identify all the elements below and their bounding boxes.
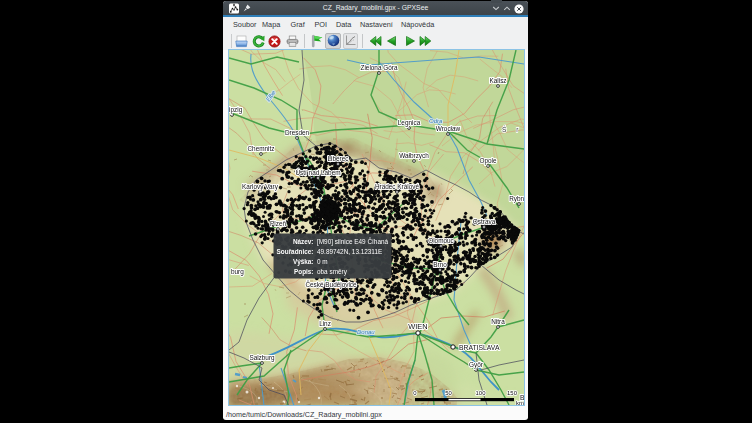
svg-text:Popis:: Popis: <box>293 268 313 276</box>
svg-text:Opole: Opole <box>479 157 496 165</box>
svg-text:Rybnik: Rybnik <box>509 195 524 203</box>
svg-text:Legnica: Legnica <box>397 119 420 127</box>
svg-text:0 m: 0 m <box>317 258 328 265</box>
svg-text:50: 50 <box>445 390 452 396</box>
svg-text:WIEN: WIEN <box>408 322 427 331</box>
svg-text:Linz: Linz <box>319 320 331 327</box>
svg-text:Ostrava: Ostrava <box>472 218 495 225</box>
svg-text:[M90] silnice E49 Číhaná: [M90] silnice E49 Číhaná <box>317 237 388 246</box>
svg-text:100: 100 <box>475 390 486 396</box>
svg-text:Nitra: Nitra <box>491 318 505 325</box>
svg-text:BRATISLAVA: BRATISLAVA <box>459 344 500 351</box>
svg-text:Ústí nad Labem: Ústí nad Labem <box>295 168 340 176</box>
svg-text:Dresden: Dresden <box>284 129 309 136</box>
svg-text:Zielona Góra: Zielona Góra <box>360 64 397 71</box>
svg-text:Název:: Název: <box>292 238 313 245</box>
svg-text:Wrocław: Wrocław <box>435 125 460 132</box>
svg-text:150: 150 <box>507 390 518 396</box>
svg-text:Brno: Brno <box>433 261 447 268</box>
svg-text:České Budějovice: České Budějovice <box>305 280 357 289</box>
svg-text:Győr: Győr <box>469 361 484 369</box>
svg-text:Odra: Odra <box>429 118 443 124</box>
svg-text:burg: burg <box>231 268 244 276</box>
svg-text:Salzburg: Salzburg <box>249 354 275 362</box>
svg-text:Donau: Donau <box>357 329 375 335</box>
svg-text:Chemnitz: Chemnitz <box>247 145 274 152</box>
svg-text:Plzeň: Plzeň <box>270 220 286 227</box>
svg-text:Wałbrzych: Wałbrzych <box>399 152 429 160</box>
svg-text:km: km <box>516 400 524 406</box>
svg-text:49.89742N, 13.12311E: 49.89742N, 13.12311E <box>317 248 382 255</box>
svg-text:Leipzig: Leipzig <box>229 106 243 114</box>
svg-text:Karlovy Vary: Karlovy Vary <box>242 183 279 191</box>
svg-text:Olomouc: Olomouc <box>428 237 454 244</box>
svg-text:Hradec Králové: Hradec Králové <box>374 183 418 190</box>
svg-text:Souřadnice:: Souřadnice: <box>276 248 313 255</box>
svg-text:Ś r o: Ś r o <box>502 125 524 133</box>
svg-text:oba směry: oba směry <box>317 268 348 276</box>
svg-text:Liberec: Liberec <box>327 155 349 162</box>
svg-text:Výška:: Výška: <box>292 258 313 266</box>
svg-text:Kalisz: Kalisz <box>489 77 506 84</box>
